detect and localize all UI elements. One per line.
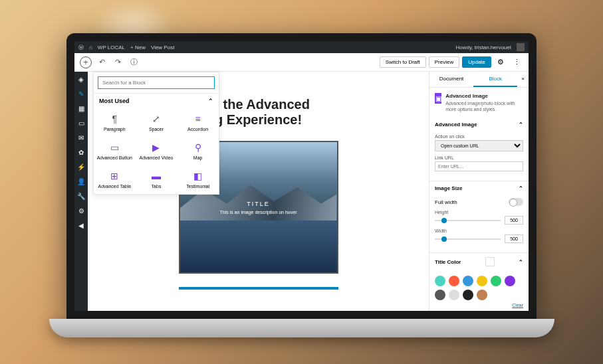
plugins-icon[interactable]: ⚡	[76, 162, 86, 171]
block-spacer[interactable]: ⤢Spacer	[136, 108, 178, 137]
action-label: Action on click	[435, 134, 523, 139]
color-option[interactable]	[435, 276, 445, 286]
block-adv-button[interactable]: ▭Advanced Button	[94, 137, 136, 165]
block-name: Advanced Image	[445, 93, 523, 99]
clear-color-link[interactable]: Clear	[435, 303, 523, 308]
color-option[interactable]	[449, 290, 459, 300]
admin-menu-rail: ◈ ✎ ▦ ▭ ✉ ✿ ⚡ 👤 🔧 ⚙ ◀	[74, 72, 88, 311]
color-option[interactable]	[477, 276, 487, 286]
map-icon: ⚲	[195, 142, 201, 153]
color-option[interactable]	[463, 276, 473, 286]
block-info-card: ▣ Advanced Image Advanced image/photo bl…	[429, 88, 529, 118]
tab-document[interactable]: Document	[429, 72, 473, 87]
settings-icon[interactable]: ⚙	[76, 206, 86, 215]
block-adv-video[interactable]: ▶Advanced Video	[136, 137, 178, 165]
appearance-icon[interactable]: ✿	[76, 147, 86, 157]
update-button[interactable]: Update	[462, 56, 491, 68]
color-option[interactable]	[435, 290, 445, 300]
button-icon: ▭	[110, 142, 119, 153]
block-label: Advanced Button	[97, 155, 132, 160]
panel-title: Title Color	[435, 259, 461, 265]
avatar-icon[interactable]	[517, 43, 525, 51]
panel-advanced-image[interactable]: Advanced Image ⌃	[429, 118, 529, 132]
more-menu-icon[interactable]: ⋮	[510, 56, 523, 69]
current-color-swatch	[485, 257, 495, 266]
dashboard-icon[interactable]: ◈	[76, 74, 86, 84]
block-map[interactable]: ⚲Map	[177, 137, 219, 165]
comments-icon[interactable]: ✉	[76, 133, 86, 142]
close-sidebar-icon[interactable]: ×	[517, 72, 529, 87]
preview-button[interactable]: Preview	[429, 56, 459, 68]
testimonial-icon: ◧	[193, 171, 202, 181]
color-option[interactable]	[477, 290, 487, 300]
view-post-link[interactable]: View Post	[151, 45, 174, 50]
panel-title: Image Size	[435, 185, 462, 191]
width-label: Width	[435, 228, 523, 233]
spacer-icon: ⤢	[152, 114, 160, 124]
tools-icon[interactable]: 🔧	[76, 191, 86, 201]
action-select[interactable]: Open custom URL	[435, 140, 523, 151]
switch-draft-button[interactable]: Switch to Draft	[380, 56, 426, 68]
wp-logo-icon[interactable]: ⓦ	[78, 44, 84, 51]
chevron-up-icon: ⌃	[519, 185, 523, 191]
block-inserter-popover: Most Used ⌃ ¶Paragraph ⤢Spacer ≡Accordio…	[93, 72, 219, 195]
block-label: Accordion	[187, 127, 208, 132]
block-adv-table[interactable]: ⊞Advanced Table	[94, 165, 136, 194]
howdy-text[interactable]: Howdy, tristan.hervouet	[456, 45, 511, 50]
redo-button[interactable]: ↷	[112, 56, 124, 68]
full-width-toggle[interactable]	[509, 198, 523, 206]
block-label: Advanced Video	[140, 155, 174, 160]
color-option[interactable]	[463, 290, 473, 300]
width-slider[interactable]	[435, 238, 501, 240]
color-palette	[435, 273, 523, 303]
block-paragraph[interactable]: ¶Paragraph	[94, 108, 136, 137]
section-label: Most Used	[99, 98, 130, 104]
add-block-button[interactable]: +	[80, 56, 92, 68]
block-label: Paragraph	[104, 127, 126, 132]
block-label: Map	[193, 155, 203, 160]
undo-button[interactable]: ↶	[96, 56, 108, 68]
panel-title-color[interactable]: Title Color ⌃	[429, 253, 529, 270]
table-icon: ⊞	[110, 171, 118, 181]
full-width-label: Full width	[435, 199, 457, 205]
inserter-section-header[interactable]: Most Used ⌃	[94, 93, 219, 108]
image-desc-text: This is an image description on hover	[220, 210, 297, 215]
accordion-icon: ≡	[195, 114, 201, 124]
block-search-input[interactable]	[102, 80, 210, 86]
settings-gear-icon[interactable]: ⚙	[494, 56, 507, 69]
home-icon[interactable]: ⌂	[89, 45, 92, 50]
block-testimonial[interactable]: ◧Testimonial	[177, 165, 219, 194]
paragraph-icon: ¶	[112, 114, 118, 124]
panel-image-size[interactable]: Image Size ⌃	[429, 181, 529, 195]
chevron-up-icon: ⌃	[208, 98, 213, 104]
chevron-up-icon: ⌃	[519, 259, 523, 265]
link-url-input[interactable]	[435, 161, 523, 171]
color-option[interactable]	[505, 276, 515, 286]
block-label: Tabs	[152, 184, 162, 189]
video-icon: ▶	[152, 142, 160, 153]
laptop-base	[49, 319, 554, 337]
editor-topbar: + ↶ ↷ ⓘ Switch to Draft Preview Update ⚙…	[74, 53, 529, 72]
block-accordion[interactable]: ≡Accordion	[177, 108, 219, 137]
color-option[interactable]	[491, 276, 501, 286]
block-tabs[interactable]: ▬Tabs	[136, 165, 178, 194]
tabs-icon: ▬	[152, 171, 161, 181]
tab-block[interactable]: Block	[473, 72, 517, 87]
posts-icon[interactable]: ✎	[76, 89, 86, 98]
width-value[interactable]	[505, 234, 523, 243]
height-slider[interactable]	[435, 220, 501, 221]
pages-icon[interactable]: ▭	[76, 118, 86, 128]
site-name[interactable]: WP LOCAL	[98, 45, 125, 50]
block-label: Testimonial	[186, 184, 209, 189]
collapse-icon[interactable]: ◀	[76, 221, 86, 230]
users-icon[interactable]: 👤	[76, 177, 86, 186]
height-value[interactable]	[505, 216, 523, 225]
inserter-search-wrapper	[98, 76, 215, 89]
image-title-text: TITLE	[247, 201, 270, 207]
media-icon[interactable]: ▦	[76, 104, 86, 113]
new-link[interactable]: + New	[130, 45, 146, 50]
color-option[interactable]	[449, 276, 459, 286]
chevron-up-icon: ⌃	[519, 122, 523, 128]
info-button[interactable]: ⓘ	[128, 56, 140, 68]
settings-sidebar: Document Block × ▣ Advanced Image Advanc…	[429, 72, 529, 311]
